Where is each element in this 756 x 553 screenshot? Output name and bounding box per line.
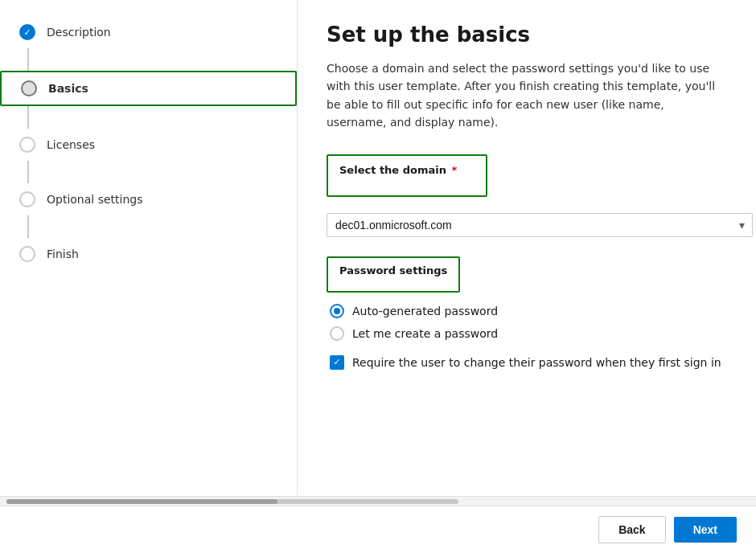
password-section: Password settings Auto-generated passwor… xyxy=(327,256,727,370)
step-circle-licenses xyxy=(19,137,35,153)
require-password-change-label: Require the user to change their passwor… xyxy=(352,356,721,369)
step-circle-basics xyxy=(21,80,37,96)
step-connector-3 xyxy=(27,161,29,183)
footer: Back Next xyxy=(0,506,756,553)
next-button[interactable]: Next xyxy=(674,517,737,543)
radio-label-auto: Auto-generated password xyxy=(352,305,498,317)
domain-field-wrapper: dec01.onmicrosoft.com xyxy=(327,213,753,237)
scrollbar-thumb[interactable] xyxy=(6,499,277,504)
page-title: Set up the basics xyxy=(327,23,727,47)
main-layout: Description Basics Licenses Optional set… xyxy=(0,0,756,496)
page-description: Choose a domain and select the password … xyxy=(327,59,727,132)
sidebar-item-licenses[interactable]: Licenses xyxy=(0,129,297,161)
radio-auto-password[interactable]: Auto-generated password xyxy=(330,304,727,318)
require-password-change-checkbox[interactable] xyxy=(330,355,344,370)
step-connector-1 xyxy=(27,48,29,71)
sidebar-item-description[interactable]: Description xyxy=(0,16,297,48)
domain-section-box: Select the domain * xyxy=(327,154,487,197)
require-password-change-row[interactable]: Require the user to change their passwor… xyxy=(330,355,727,370)
radio-manual-password[interactable]: Let me create a password xyxy=(330,326,727,341)
step-connector-2 xyxy=(27,106,29,129)
step-label-description: Description xyxy=(47,26,111,39)
sidebar-item-basics[interactable]: Basics xyxy=(0,71,297,106)
step-label-basics: Basics xyxy=(48,82,88,95)
back-button[interactable]: Back xyxy=(598,516,665,543)
sidebar: Description Basics Licenses Optional set… xyxy=(0,0,298,496)
radio-circle-auto xyxy=(330,304,344,318)
step-circle-description xyxy=(19,24,35,40)
step-label-licenses: Licenses xyxy=(47,138,95,151)
required-asterisk: * xyxy=(448,164,457,176)
radio-circle-manual xyxy=(330,326,344,341)
step-connector-4 xyxy=(27,215,29,238)
password-section-label: Password settings xyxy=(339,264,447,276)
domain-section-label: Select the domain * xyxy=(339,164,475,176)
password-section-box: Password settings xyxy=(327,256,460,293)
scrollbar-track[interactable] xyxy=(6,499,458,504)
radio-group: Auto-generated password Let me create a … xyxy=(330,304,727,341)
step-circle-optional-settings xyxy=(19,191,35,207)
step-label-finish: Finish xyxy=(47,248,79,260)
step-label-optional-settings: Optional settings xyxy=(47,193,142,206)
domain-section: Select the domain * dec01.onmicrosoft.co… xyxy=(327,154,727,237)
domain-select[interactable]: dec01.onmicrosoft.com xyxy=(327,213,753,237)
radio-label-manual: Let me create a password xyxy=(352,327,498,340)
scrollbar-area xyxy=(0,496,756,506)
content-area: Set up the basics Choose a domain and se… xyxy=(298,0,756,496)
sidebar-item-finish[interactable]: Finish xyxy=(0,238,297,270)
sidebar-item-optional-settings[interactable]: Optional settings xyxy=(0,183,297,215)
step-circle-finish xyxy=(19,246,35,262)
